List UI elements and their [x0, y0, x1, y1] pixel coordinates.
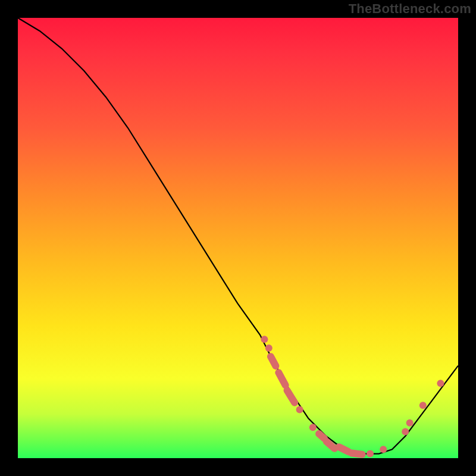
curve-marker: [380, 446, 387, 453]
watermark-text: TheBottleneck.com: [349, 1, 471, 17]
curve-marker: [347, 449, 366, 459]
curve-marker: [261, 336, 268, 343]
bottleneck-curve: [18, 18, 458, 454]
plot-area: [18, 18, 458, 458]
curve-marker: [406, 419, 414, 427]
curve-marker: [402, 428, 409, 436]
curve-marker: [296, 406, 303, 414]
curve-marker: [274, 368, 290, 390]
curve-marker: [367, 450, 374, 458]
curve-marker: [437, 380, 444, 387]
chart-frame: TheBottleneck.com: [0, 0, 476, 476]
curve-svg: [18, 18, 458, 458]
curve-markers: [261, 336, 444, 458]
curve-marker: [282, 386, 299, 408]
curve-marker: [265, 345, 273, 352]
curve-marker: [419, 402, 427, 409]
curve-marker: [266, 352, 281, 371]
curve-marker: [309, 424, 317, 431]
